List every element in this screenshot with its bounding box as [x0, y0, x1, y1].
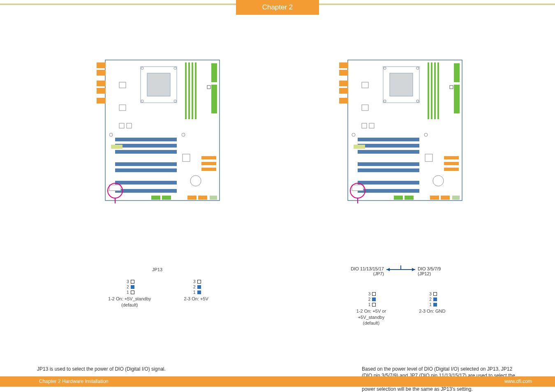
chapter-tab: Chapter 2 — [236, 0, 319, 15]
left-jumper-b: 3 2 1 2-3 On: +5V — [184, 279, 208, 307]
jumper-b-pins: 3 2 1 — [419, 292, 445, 307]
jumper-b-caption1: 2-3 On: +5V — [184, 296, 208, 302]
pin-num: 2 — [366, 297, 370, 302]
right-column: DIO 11/13/15/17 (JP7) DIO 3/5/7/9 (JP12)… — [280, 58, 522, 205]
svg-rect-4 — [97, 88, 106, 94]
svg-rect-5 — [97, 98, 106, 104]
pin — [197, 291, 201, 294]
callout-right-l2: (JP12) — [418, 271, 467, 276]
svg-rect-18 — [207, 85, 210, 89]
svg-rect-87 — [362, 105, 368, 111]
svg-rect-50 — [339, 88, 348, 94]
svg-rect-70 — [358, 181, 419, 184]
svg-rect-41 — [119, 105, 126, 111]
svg-point-30 — [190, 175, 201, 186]
jumper-a-pins: 3 2 1 — [356, 292, 386, 307]
svg-rect-43 — [127, 123, 132, 128]
svg-rect-25 — [115, 189, 177, 193]
svg-rect-86 — [362, 82, 368, 88]
svg-rect-75 — [425, 154, 432, 161]
svg-rect-34 — [198, 196, 207, 200]
svg-rect-32 — [162, 196, 171, 200]
pin — [131, 280, 134, 284]
svg-rect-31 — [151, 196, 160, 200]
jumper-a-caption2: (default) — [108, 302, 151, 308]
svg-rect-1 — [97, 62, 106, 68]
jumper-b-pins: 3 2 1 — [184, 279, 208, 295]
svg-rect-2 — [97, 70, 106, 76]
svg-rect-85 — [354, 145, 365, 149]
left-board-wrap — [95, 58, 222, 205]
right-jumper-b: 3 2 1 2-3 On: GND — [419, 292, 445, 326]
pin — [197, 280, 201, 284]
left-jumper-a: 3 2 1 1-2 On: +5V_standby (default) — [108, 279, 151, 307]
jp13-label: JP13 — [152, 267, 162, 272]
jumper-b-caption1: 2-3 On: GND — [419, 309, 445, 314]
jumper-a-caption1: 1-2 On: +5V or — [356, 309, 386, 314]
svg-rect-27 — [201, 162, 216, 165]
right-below-labels: DIO 11/13/15/17 (JP7) DIO 3/5/7/9 (JP12)… — [280, 267, 522, 326]
pin — [372, 303, 376, 307]
svg-rect-48 — [339, 70, 348, 76]
left-jumper-group: 3 2 1 1-2 On: +5V_standby (default) 3 2 … — [37, 279, 280, 307]
svg-rect-67 — [358, 150, 419, 154]
svg-rect-7 — [147, 73, 170, 96]
pin — [433, 297, 437, 301]
svg-rect-42 — [119, 123, 124, 128]
svg-rect-88 — [362, 123, 367, 128]
pin — [433, 303, 437, 307]
left-description: JP13 is used to select the power of DIO … — [37, 366, 271, 372]
callout-left-l1: DIO 11/13/15/17 — [336, 266, 384, 271]
pin-num: 3 — [366, 292, 370, 296]
svg-marker-95 — [386, 268, 390, 271]
svg-rect-66 — [358, 144, 419, 148]
page-root: Chapter 2 — [0, 0, 555, 392]
callout-right: DIO 3/5/7/9 (JP12) — [418, 266, 467, 276]
svg-rect-16 — [211, 63, 217, 82]
pin-num: 3 — [125, 279, 129, 284]
pin — [197, 285, 201, 289]
svg-rect-51 — [339, 98, 348, 104]
header-band: Chapter 2 — [0, 0, 555, 19]
svg-rect-19 — [115, 138, 177, 141]
pin-num: 3 — [428, 292, 432, 296]
left-column: JP13 3 2 1 1-2 On: +5V_standby (default)… — [37, 58, 280, 205]
svg-rect-21 — [115, 150, 177, 154]
svg-rect-53 — [390, 73, 413, 96]
svg-rect-47 — [339, 62, 348, 68]
svg-rect-82 — [352, 185, 363, 191]
svg-rect-80 — [441, 196, 450, 200]
svg-rect-20 — [115, 144, 177, 148]
pin — [433, 292, 437, 296]
svg-point-76 — [433, 175, 444, 186]
pin-num: 1 — [428, 302, 432, 307]
svg-rect-64 — [450, 85, 453, 89]
svg-rect-28 — [201, 168, 216, 171]
svg-rect-74 — [444, 168, 459, 171]
right-jumper-group: 3 2 1 1-2 On: +5V or +5V_standby (defaul… — [280, 292, 522, 326]
motherboard-diagram-left — [95, 58, 222, 203]
svg-rect-89 — [369, 123, 374, 128]
callout-right-l1: DIO 3/5/7/9 — [418, 266, 467, 271]
svg-rect-72 — [444, 156, 459, 159]
jumper-a-caption2: +5V_standby — [356, 315, 386, 320]
jumper-a-pins: 3 2 1 — [108, 279, 151, 295]
svg-rect-62 — [454, 63, 460, 82]
svg-rect-39 — [111, 145, 123, 149]
pin-num: 3 — [192, 279, 196, 284]
svg-rect-81 — [452, 196, 460, 200]
svg-rect-49 — [339, 81, 348, 86]
pin-num: 2 — [192, 285, 196, 289]
pin — [131, 285, 134, 289]
left-below-labels: JP13 3 2 1 1-2 On: +5V_standby (default)… — [37, 267, 280, 307]
svg-rect-78 — [405, 196, 414, 200]
footer-right: www.dfi.com — [504, 378, 532, 384]
pin — [372, 292, 376, 296]
svg-rect-63 — [454, 85, 460, 113]
svg-rect-22 — [115, 162, 177, 166]
motherboard-diagram-right — [337, 58, 465, 203]
svg-rect-69 — [358, 168, 419, 172]
callout-left: DIO 11/13/15/17 (JP7) — [336, 266, 384, 276]
svg-rect-79 — [430, 196, 439, 200]
svg-rect-77 — [394, 196, 403, 200]
